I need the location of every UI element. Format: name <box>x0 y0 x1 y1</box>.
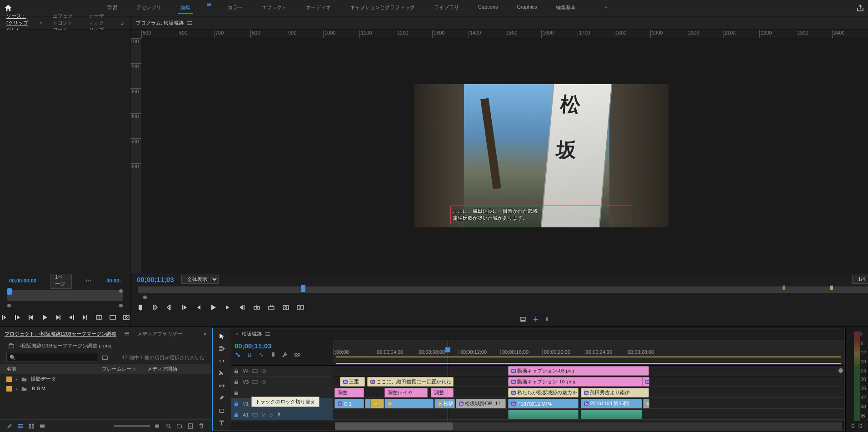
clip[interactable]: 調整 <box>431 388 454 397</box>
ripple-tool-icon[interactable] <box>218 357 225 364</box>
lock-icon[interactable] <box>234 401 239 407</box>
step-back-icon[interactable] <box>195 304 202 311</box>
comparison-icon[interactable] <box>297 304 304 311</box>
auto-sequence-icon[interactable] <box>155 423 161 429</box>
step-fwd-icon[interactable] <box>55 314 62 321</box>
go-in-icon[interactable] <box>14 314 21 321</box>
track-header-v3[interactable]: V3 トラックのロック切り替え <box>231 377 333 387</box>
icon-view-icon[interactable] <box>28 423 35 429</box>
lock-icon[interactable] <box>234 390 239 396</box>
bin-row[interactable]: › ＢＧＭ <box>0 384 211 393</box>
clip[interactable]: fxここに、織田信長に一目置かれた <box>367 377 454 387</box>
clip[interactable]: fx松坂 <box>434 399 455 408</box>
target-icon[interactable] <box>252 412 258 417</box>
clip[interactable]: fxO 1 <box>334 399 364 408</box>
go-out-icon[interactable] <box>239 304 246 311</box>
clip[interactable]: fx <box>384 399 434 408</box>
ws-tab-audio[interactable]: オーディオ <box>303 2 334 14</box>
razor-tool-icon[interactable] <box>218 370 225 377</box>
clip[interactable]: 調整レイヤ <box>384 388 428 397</box>
track-content[interactable]: fx動画キャプション-03.png fx三重 fxここに、織田信長に一目置かれた… <box>333 366 844 422</box>
step-fwd-icon[interactable] <box>224 304 231 311</box>
audio-clip[interactable] <box>581 410 642 419</box>
col-framerate[interactable]: フレームレート <box>102 366 147 372</box>
playhead-line[interactable] <box>448 366 448 422</box>
clip[interactable]: fxP1070212.MP4 <box>508 399 579 408</box>
lock-icon[interactable] <box>234 412 239 417</box>
slip-tool-icon[interactable] <box>218 382 225 389</box>
bin-back-icon[interactable] <box>8 343 15 349</box>
sequence-name[interactable]: 松坂城跡 <box>242 331 262 337</box>
solo-right[interactable]: S <box>858 423 864 429</box>
track-select-tool-icon[interactable] <box>218 345 225 352</box>
clip[interactable]: fx三重 <box>340 377 365 387</box>
freeform-view-icon[interactable] <box>39 423 45 429</box>
clip[interactable]: fx松坂城跡OP_11 <box>456 399 506 408</box>
mark-in-icon[interactable] <box>0 314 7 321</box>
project-overflow-icon[interactable]: » <box>204 331 206 337</box>
track-header-a1[interactable]: A1 MS <box>231 409 333 420</box>
settings-icon[interactable] <box>282 352 288 358</box>
program-canvas[interactable]: 松 坂 ここに、織田信長に一目置かれた武将 蒲生氏郷が築いた城があります。 <box>141 38 868 273</box>
ws-tab-color[interactable]: カラー <box>225 2 245 14</box>
type-tool-icon[interactable] <box>218 419 225 426</box>
lock-icon[interactable] <box>234 368 239 374</box>
safe-margin-icon[interactable] <box>520 316 526 322</box>
ws-tab-edit[interactable]: 編集 <box>178 2 193 14</box>
source-tc-out[interactable]: 00;00; <box>106 278 121 283</box>
mic-icon[interactable] <box>276 412 282 417</box>
source-scrub[interactable] <box>7 290 123 301</box>
clip[interactable]: fx動画キャプション-03.png <box>508 366 649 376</box>
list-view-icon[interactable] <box>17 423 24 429</box>
cc-icon[interactable]: CC <box>294 352 300 358</box>
pen-tool-icon[interactable] <box>218 395 225 402</box>
mark-in-icon[interactable] <box>151 304 159 311</box>
source-page-select[interactable]: 1ページ <box>50 272 72 289</box>
program-ruler-h[interactable]: 5006007008009001000110012001300140015001… <box>130 30 868 38</box>
export-frame-icon[interactable] <box>123 314 130 321</box>
clip[interactable]: fx私たちが松坂城跡の魅力を <box>508 388 579 397</box>
ws-overflow-icon[interactable]: » <box>601 2 609 14</box>
program-menu-icon[interactable] <box>187 21 192 25</box>
source-monitor[interactable] <box>0 30 130 274</box>
go-in-icon[interactable] <box>180 304 188 311</box>
selection-tool-icon[interactable] <box>218 333 225 340</box>
marker-icon[interactable] <box>270 352 276 358</box>
home-icon[interactable] <box>4 4 13 13</box>
close-sequence-icon[interactable]: × <box>235 332 238 337</box>
new-bin-icon[interactable] <box>102 354 108 361</box>
insert-icon[interactable] <box>95 314 103 321</box>
col-media-start[interactable]: メディア開始 <box>147 366 205 372</box>
clip[interactable]: fx <box>643 399 649 408</box>
bin-row[interactable]: › 撮影データ <box>0 374 211 384</box>
program-ruler-v[interactable]: 100200300400500600 <box>130 38 141 273</box>
ws-tab-graphics[interactable]: Graphics <box>514 2 539 14</box>
search-input[interactable] <box>6 353 97 362</box>
timeline-tc[interactable]: 00;00;11;03 <box>234 342 329 350</box>
eye-icon[interactable] <box>261 368 267 374</box>
clip[interactable]: fx <box>642 377 649 387</box>
target-icon[interactable] <box>252 368 258 374</box>
clip[interactable]: fx蒲田秀吉より南伊 <box>581 388 649 397</box>
meter-bar[interactable] <box>854 332 860 421</box>
hand-tool-icon[interactable] <box>218 407 225 414</box>
audio-clip[interactable] <box>508 410 579 419</box>
solo-left[interactable]: S <box>850 423 856 429</box>
add-marker-icon[interactable] <box>137 304 144 311</box>
program-fit-select[interactable]: 全体表示 <box>181 275 219 284</box>
clip[interactable]: fx <box>370 399 384 408</box>
extract-icon[interactable] <box>268 304 275 311</box>
tab-media-browser[interactable]: メディアブラウザー <box>137 331 182 337</box>
new-bin-icon[interactable] <box>176 423 183 429</box>
program-tc-current[interactable]: 00;00;11;03 <box>137 276 174 283</box>
find-icon[interactable] <box>165 423 172 429</box>
step-back-icon[interactable] <box>27 314 35 321</box>
vr-icon[interactable] <box>545 316 552 322</box>
subtitle-overlay[interactable]: ここに、織田信長に一目置かれた武将 蒲生氏郷が築いた城があります。 <box>453 208 630 222</box>
export-frame-icon[interactable] <box>282 304 289 311</box>
clip[interactable]: 調整 <box>334 388 364 397</box>
source-tabs-overflow-icon[interactable]: » <box>119 20 125 27</box>
program-scrub[interactable] <box>138 286 868 293</box>
project-menu-icon[interactable] <box>125 332 129 336</box>
col-name[interactable]: 名前 <box>6 366 102 372</box>
